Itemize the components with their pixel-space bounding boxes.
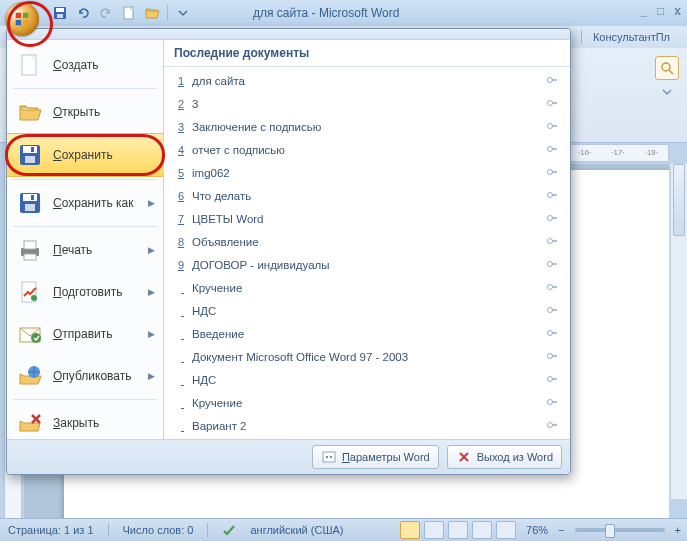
menu-item-print[interactable]: Печать▶ [7, 229, 163, 271]
folder-open-icon [144, 5, 160, 21]
ribbon-side-tools [655, 56, 679, 100]
recent-document-item[interactable]: Документ Microsoft Office Word 97 - 2003 [168, 345, 566, 368]
word-options-button[interactable]: Параметры Word [312, 445, 439, 469]
recent-doc-number: 6 [174, 190, 184, 202]
send-icon [15, 319, 45, 349]
pin-button[interactable] [546, 235, 560, 249]
pin-icon [546, 120, 558, 132]
status-wordcount[interactable]: Число слов: 0 [123, 524, 194, 536]
qat-new-button[interactable] [119, 3, 139, 23]
menu-item-prepare[interactable]: Подготовить▶ [7, 271, 163, 313]
maximize-button[interactable]: □ [657, 4, 664, 18]
menu-item-label: Закрыть [53, 416, 155, 430]
pin-button[interactable] [546, 189, 560, 203]
menu-item-open[interactable]: Открыть [7, 91, 163, 133]
qat-redo-button[interactable] [96, 3, 116, 23]
status-page[interactable]: Страница: 1 из 1 [8, 524, 94, 536]
close-window-button[interactable]: x [674, 4, 681, 18]
menu-item-label: Создать [53, 58, 155, 72]
recent-documents-header: Последние документы [164, 40, 570, 67]
recent-document-item[interactable]: 5img062 [168, 161, 566, 184]
pin-button[interactable] [546, 258, 560, 272]
pin-button[interactable] [546, 74, 560, 88]
pin-button[interactable] [546, 327, 560, 341]
menu-item-new[interactable]: Создать [7, 44, 163, 86]
recent-document-item[interactable]: 8Объявление [168, 230, 566, 253]
svg-point-51 [548, 330, 553, 335]
recent-doc-name: Документ Microsoft Office Word 97 - 2003 [192, 351, 538, 363]
pin-icon [546, 373, 558, 385]
recent-doc-name: Что делать [192, 190, 538, 202]
recent-document-item[interactable]: Кручение [168, 391, 566, 414]
zoom-in-button[interactable]: + [675, 524, 681, 536]
pin-button[interactable] [546, 281, 560, 295]
qat-undo-button[interactable] [73, 3, 93, 23]
exit-word-button[interactable]: Выход из Word [447, 445, 562, 469]
view-draft-button[interactable] [496, 521, 516, 539]
recent-document-item[interactable]: Кручение [168, 276, 566, 299]
pin-button[interactable] [546, 143, 560, 157]
print-icon [15, 235, 45, 265]
pin-button[interactable] [546, 97, 560, 111]
recent-doc-name: Вариант 2 [192, 420, 538, 432]
close-icon [15, 408, 45, 438]
pin-button[interactable] [546, 350, 560, 364]
search-button[interactable] [655, 56, 679, 80]
recent-document-item[interactable]: НДС [168, 368, 566, 391]
scroll-thumb[interactable] [673, 164, 685, 236]
minimize-button[interactable]: _ [640, 4, 647, 18]
view-web-layout-button[interactable] [448, 521, 468, 539]
ribbon-tab-consultant[interactable]: КонсультантПл [586, 28, 677, 46]
recent-doc-number: 9 [174, 259, 184, 271]
svg-rect-18 [31, 195, 34, 200]
svg-point-43 [548, 238, 553, 243]
app-window: для сайта - Microsoft Word _ □ x d Консу… [0, 0, 687, 541]
view-outline-button[interactable] [472, 521, 492, 539]
menu-item-publish[interactable]: Опубликовать▶ [7, 355, 163, 397]
pin-button[interactable] [546, 166, 560, 180]
menu-item-close[interactable]: Закрыть [7, 402, 163, 444]
menu-item-saveas[interactable]: Сохранить как▶ [7, 182, 163, 224]
zoom-level[interactable]: 76% [526, 524, 548, 536]
recent-document-item[interactable]: Введение [168, 322, 566, 345]
pin-button[interactable] [546, 304, 560, 318]
pin-button[interactable] [546, 396, 560, 410]
chevron-down-icon[interactable] [659, 84, 675, 100]
pin-button[interactable] [546, 212, 560, 226]
spellcheck-icon[interactable] [222, 523, 236, 537]
menu-item-label: Сохранить [53, 148, 155, 162]
recent-document-item[interactable]: НДС [168, 299, 566, 322]
qat-open-button[interactable] [142, 3, 162, 23]
recent-document-item[interactable]: 9ДОГОВОР - индивидуалы [168, 253, 566, 276]
recent-document-item[interactable]: 6Что делать [168, 184, 566, 207]
svg-point-29 [548, 77, 553, 82]
pin-button[interactable] [546, 120, 560, 134]
status-language[interactable]: английский (США) [250, 524, 343, 536]
recent-document-item[interactable]: 1для сайта [168, 69, 566, 92]
recent-document-item[interactable]: 7ЦВЕТЫ Word [168, 207, 566, 230]
office-button[interactable] [5, 2, 43, 40]
zoom-out-button[interactable]: − [558, 524, 564, 536]
pin-icon [546, 166, 558, 178]
pin-button[interactable] [546, 419, 560, 433]
recent-document-item[interactable]: 23 [168, 92, 566, 115]
svg-point-33 [548, 123, 553, 128]
recent-document-item[interactable]: Вариант 2 [168, 414, 566, 437]
recent-document-item[interactable]: 4отчет с подписью [168, 138, 566, 161]
zoom-slider-knob[interactable] [605, 524, 615, 538]
svg-rect-2 [57, 14, 63, 18]
vertical-scrollbar[interactable] [670, 164, 687, 499]
recent-document-item[interactable]: 3Заключение с подписью [168, 115, 566, 138]
qat-save-button[interactable] [50, 3, 70, 23]
view-print-layout-button[interactable] [400, 521, 420, 539]
zoom-slider[interactable] [575, 528, 665, 532]
publish-icon [15, 361, 45, 391]
pin-button[interactable] [546, 373, 560, 387]
qat-customize-button[interactable] [173, 3, 193, 23]
menu-item-send[interactable]: Отправить▶ [7, 313, 163, 355]
menu-item-save[interactable]: Сохранить [7, 133, 163, 177]
pin-icon [546, 235, 558, 247]
pin-icon [546, 97, 558, 109]
view-full-screen-button[interactable] [424, 521, 444, 539]
svg-rect-63 [323, 452, 335, 462]
